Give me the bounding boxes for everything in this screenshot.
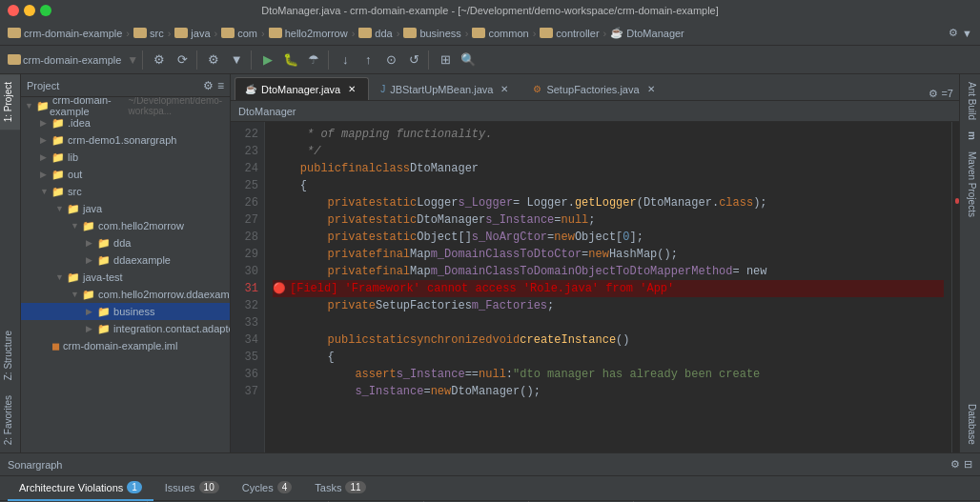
code-line-27: private static DtoManager s_Instance = n… xyxy=(273,211,944,229)
tab-jbstartup[interactable]: J JBStartUpMBean.java ✕ xyxy=(370,77,521,100)
code-line-28: private static Object[] s_NoArgCtor = ne… xyxy=(273,229,944,246)
bottom-tab-cycles[interactable]: Cycles 4 xyxy=(231,476,304,501)
tab-dtomanager-label: DtoManager.java xyxy=(261,84,340,95)
maximize-button[interactable] xyxy=(40,5,51,16)
bottom-tab-arch[interactable]: Architecture Violations 1 xyxy=(8,476,153,501)
tree-integration[interactable]: ▶ 📁 integration.contact.adapter xyxy=(21,320,230,337)
sg-arrow: ▶ xyxy=(40,135,51,145)
code-line-26: private static Logger s_Logger = Logger.… xyxy=(273,194,944,211)
tree-java-test[interactable]: ▼ 📁 java-test xyxy=(21,269,230,286)
nav-back-icon[interactable]: ⚙ xyxy=(949,27,958,39)
minimize-button[interactable] xyxy=(24,5,35,16)
tab-database[interactable]: Database xyxy=(960,396,980,452)
editor-scrollbar[interactable] xyxy=(951,122,959,452)
sync-button[interactable]: ⟳ xyxy=(172,50,193,70)
tree-com-hello-ddaex[interactable]: ▼ 📁 com.hello2morrow.ddaexample xyxy=(21,286,230,303)
toolbar-vcs-section: ↓ ↑ ⊙ ↺ xyxy=(331,50,429,70)
close-button[interactable] xyxy=(8,5,19,16)
code-line-37: s_Instance = new DtoManager(); xyxy=(273,383,944,400)
hellodda-arrow: ▼ xyxy=(71,290,82,299)
tree-out[interactable]: ▶ 📁 out xyxy=(21,166,230,183)
toolbar-play-section: ▶ 🐛 ☂ xyxy=(254,50,329,70)
project-name: crm-domain-example xyxy=(23,54,121,66)
bc-business[interactable]: business xyxy=(403,28,460,39)
window-title: DtoManager.java - crm-domain-example - [… xyxy=(261,5,719,16)
folder-icon xyxy=(8,28,21,38)
bottom-header: Sonargraph ⚙ ⊟ xyxy=(0,453,980,476)
ebc-dtomanager[interactable]: DtoManager xyxy=(238,106,296,117)
bottom-layout-icon[interactable]: ⊟ xyxy=(964,458,972,471)
revert-button[interactable]: ↺ xyxy=(403,50,424,70)
code-line-32: private SetupFactories m_Factories ; xyxy=(273,297,944,314)
history-button[interactable]: ⊙ xyxy=(380,50,401,70)
tab-jbstartup-close[interactable]: ✕ xyxy=(498,83,511,96)
folder-icon xyxy=(8,54,21,65)
code-editor[interactable]: * of mapping functionality. */ public fi… xyxy=(265,122,951,452)
jtest-arrow: ▼ xyxy=(55,272,67,282)
tree-com-hello[interactable]: ▼ 📁 com.hello2morrow xyxy=(21,217,230,234)
dropdown-run[interactable]: ▼ xyxy=(226,50,247,70)
settings-run-button[interactable]: ⚙ xyxy=(203,50,224,70)
search-button[interactable]: 🔍 xyxy=(458,50,479,70)
tab-settings-icon[interactable]: ⚙ =7 xyxy=(929,88,959,100)
tab-project[interactable]: 1: Project xyxy=(0,74,20,130)
bc-dtomanager[interactable]: ☕ DtoManager xyxy=(610,27,684,39)
bc-dda[interactable]: dda xyxy=(358,28,392,39)
run-button[interactable]: ▶ xyxy=(257,50,278,70)
lib-label: lib xyxy=(65,151,78,163)
iml-label: crm-domain-example.iml xyxy=(60,340,177,351)
tab-dtomanager[interactable]: ☕ DtoManager.java ✕ xyxy=(235,77,369,100)
tree-java[interactable]: ▼ 📁 java xyxy=(21,200,230,217)
expand-icon[interactable]: ≡ xyxy=(217,79,224,92)
tree-root[interactable]: ▼ 📁 crm-domain-example ~/Development/dem… xyxy=(21,97,230,114)
tree-ddaexample[interactable]: ▶ 📁 ddaexample xyxy=(21,251,230,269)
dda-label: dda xyxy=(111,237,131,249)
bc-com[interactable]: com xyxy=(221,28,257,39)
tree-idea[interactable]: ▶ 📁 .idea xyxy=(21,114,230,131)
tab-favorites[interactable]: 2: Favorites xyxy=(0,388,20,452)
tab-maven-projects[interactable]: Maven Projects xyxy=(960,144,980,225)
update-button[interactable]: ↓ xyxy=(335,50,356,70)
tab-ant-build[interactable]: Ant Build xyxy=(960,74,980,128)
src-arrow: ▼ xyxy=(40,187,51,196)
dropdown-arrow[interactable]: ▼ xyxy=(127,53,138,67)
tree-sonargraph[interactable]: ▶ 📁 crm-demo1.sonargraph xyxy=(21,131,230,149)
bc-src[interactable]: src xyxy=(133,28,164,39)
bc-controller[interactable]: controller xyxy=(540,28,599,39)
debug-button[interactable]: 🐛 xyxy=(280,50,301,70)
bc-hello2morrow[interactable]: hello2morrow xyxy=(269,28,348,39)
commit-button[interactable]: ↑ xyxy=(357,50,378,70)
intg-arrow: ▶ xyxy=(86,324,97,333)
bc-sep-3: › xyxy=(214,28,218,39)
project-label: Project xyxy=(27,80,59,91)
code-line-35: { xyxy=(273,349,944,366)
code-line-36: assert s_Instance == null : "dto manager… xyxy=(273,366,944,383)
bc-java[interactable]: java xyxy=(174,28,210,39)
tree-iml[interactable]: ▶ ◼ crm-domain-example.iml xyxy=(21,337,230,354)
coverage-button[interactable]: ☂ xyxy=(303,50,324,70)
tree-dda[interactable]: ▶ 📁 dda xyxy=(21,234,230,251)
traffic-lights xyxy=(8,5,51,16)
tab-m[interactable]: m xyxy=(960,128,980,144)
toolbar: crm-domain-example ▼ ⚙ ⟳ ⚙ ▼ ▶ 🐛 ☂ ↓ ↑ ⊙… xyxy=(0,46,980,74)
tab-structure[interactable]: Z: Structure xyxy=(0,323,20,388)
hello-folder-icon: 📁 xyxy=(82,220,95,232)
tab-setupfactories[interactable]: ⚙ SetupFactories.java ✕ xyxy=(522,77,667,100)
tab-setupfactories-close[interactable]: ✕ xyxy=(644,83,658,96)
bottom-tab-tasks[interactable]: Tasks 11 xyxy=(303,476,377,501)
settings-icon[interactable]: ▼ xyxy=(962,28,972,39)
tree-lib[interactable]: ▶ 📁 lib xyxy=(21,149,230,166)
bottom-tab-issues[interactable]: Issues 10 xyxy=(153,476,231,501)
tree-business[interactable]: ▶ 📁 business xyxy=(21,303,230,320)
bc-sep-2: › xyxy=(168,28,172,39)
bc-crm-domain-example[interactable]: crm-domain-example xyxy=(8,28,122,39)
tree-src[interactable]: ▼ 📁 src xyxy=(21,183,230,200)
bc-common[interactable]: common xyxy=(472,28,528,39)
hello-label: com.hello2morrow xyxy=(95,220,184,231)
code-line-25: { xyxy=(273,177,944,194)
bottom-settings-icon[interactable]: ⚙ xyxy=(950,458,960,471)
gear-icon[interactable]: ⚙ xyxy=(203,79,214,92)
grid-button[interactable]: ⊞ xyxy=(435,50,456,70)
tab-dtomanager-close[interactable]: ✕ xyxy=(345,83,358,96)
build-button[interactable]: ⚙ xyxy=(149,50,170,70)
